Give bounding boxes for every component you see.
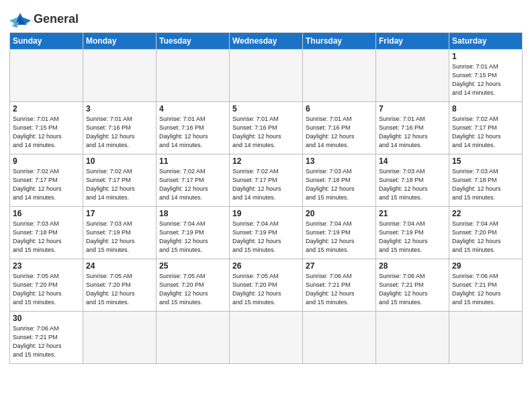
day-info: Sunrise: 7:03 AM Sunset: 7:18 PM Dayligh… [452,167,519,202]
calendar-cell: 4Sunrise: 7:01 AM Sunset: 7:16 PM Daylig… [157,102,230,154]
day-info: Sunrise: 7:05 AM Sunset: 7:20 PM Dayligh… [159,272,226,307]
day-info: Sunrise: 7:02 AM Sunset: 7:17 PM Dayligh… [232,167,300,202]
day-number: 3 [86,104,153,113]
calendar-cell [157,50,230,102]
day-number: 14 [379,156,446,166]
weekday-header-friday: Friday [376,33,449,50]
calendar-cell: 16Sunrise: 7:03 AM Sunset: 7:18 PM Dayli… [10,207,83,259]
calendar-cell: 29Sunrise: 7:06 AM Sunset: 7:21 PM Dayli… [449,259,523,312]
day-number: 19 [232,209,300,218]
day-number: 12 [232,156,300,166]
calendar-cell: 2Sunrise: 7:01 AM Sunset: 7:15 PM Daylig… [10,102,83,154]
calendar-cell: 19Sunrise: 7:04 AM Sunset: 7:19 PM Dayli… [230,207,303,259]
calendar-cell [303,50,376,102]
week-row-3: 9Sunrise: 7:02 AM Sunset: 7:17 PM Daylig… [10,154,523,207]
day-number: 26 [232,261,300,271]
calendar-cell [376,50,449,102]
calendar-cell [230,312,303,364]
day-info: Sunrise: 7:02 AM Sunset: 7:17 PM Dayligh… [159,167,226,202]
day-info: Sunrise: 7:06 AM Sunset: 7:21 PM Dayligh… [379,272,446,307]
day-info: Sunrise: 7:03 AM Sunset: 7:18 PM Dayligh… [13,220,80,255]
day-info: Sunrise: 7:01 AM Sunset: 7:16 PM Dayligh… [306,115,373,150]
day-number: 25 [159,261,226,271]
week-row-5: 23Sunrise: 7:05 AM Sunset: 7:20 PM Dayli… [10,259,523,312]
day-number: 8 [452,104,519,113]
day-number: 18 [159,209,226,218]
weekday-header-monday: Monday [83,33,157,50]
weekday-header-tuesday: Tuesday [157,33,230,50]
calendar-cell: 14Sunrise: 7:03 AM Sunset: 7:18 PM Dayli… [376,154,449,207]
day-number: 1 [452,52,519,61]
day-number: 30 [13,314,80,323]
calendar-cell [449,312,523,364]
day-info: Sunrise: 7:06 AM Sunset: 7:21 PM Dayligh… [13,324,80,359]
day-info: Sunrise: 7:04 AM Sunset: 7:20 PM Dayligh… [452,220,519,255]
calendar-cell: 6Sunrise: 7:01 AM Sunset: 7:16 PM Daylig… [303,102,376,154]
day-info: Sunrise: 7:05 AM Sunset: 7:20 PM Dayligh… [13,272,80,307]
weekday-header-wednesday: Wednesday [230,33,303,50]
calendar-cell: 28Sunrise: 7:06 AM Sunset: 7:21 PM Dayli… [376,259,449,312]
weekday-header-sunday: Sunday [10,33,83,50]
day-info: Sunrise: 7:03 AM Sunset: 7:19 PM Dayligh… [86,220,153,255]
day-number: 28 [379,261,446,271]
calendar-cell [83,312,157,364]
day-number: 11 [159,156,226,166]
week-row-1: 1Sunrise: 7:01 AM Sunset: 7:15 PM Daylig… [10,50,523,102]
day-info: Sunrise: 7:03 AM Sunset: 7:18 PM Dayligh… [379,167,446,202]
day-info: Sunrise: 7:05 AM Sunset: 7:20 PM Dayligh… [86,272,153,307]
calendar-cell: 12Sunrise: 7:02 AM Sunset: 7:17 PM Dayli… [230,154,303,207]
day-info: Sunrise: 7:01 AM Sunset: 7:16 PM Dayligh… [232,115,300,150]
calendar-cell: 7Sunrise: 7:01 AM Sunset: 7:16 PM Daylig… [376,102,449,154]
calendar-cell: 21Sunrise: 7:04 AM Sunset: 7:19 PM Dayli… [376,207,449,259]
day-number: 5 [232,104,300,113]
day-info: Sunrise: 7:04 AM Sunset: 7:19 PM Dayligh… [232,220,300,255]
day-number: 4 [159,104,226,113]
day-number: 2 [13,104,80,113]
header-area: General [9,7,523,28]
logo-icon [9,9,31,28]
calendar-cell [157,312,230,364]
calendar-table: SundayMondayTuesdayWednesdayThursdayFrid… [9,32,523,364]
day-number: 13 [306,156,373,166]
calendar-cell [230,50,303,102]
day-info: Sunrise: 7:06 AM Sunset: 7:21 PM Dayligh… [452,272,519,307]
calendar-cell: 9Sunrise: 7:02 AM Sunset: 7:17 PM Daylig… [10,154,83,207]
calendar-cell: 1Sunrise: 7:01 AM Sunset: 7:15 PM Daylig… [449,50,523,102]
calendar-cell: 15Sunrise: 7:03 AM Sunset: 7:18 PM Dayli… [449,154,523,207]
day-number: 16 [13,209,80,218]
calendar-cell: 30Sunrise: 7:06 AM Sunset: 7:21 PM Dayli… [10,312,83,364]
weekday-header-thursday: Thursday [303,33,376,50]
week-row-6: 30Sunrise: 7:06 AM Sunset: 7:21 PM Dayli… [10,312,523,364]
day-info: Sunrise: 7:05 AM Sunset: 7:20 PM Dayligh… [232,272,300,307]
calendar-cell: 13Sunrise: 7:03 AM Sunset: 7:18 PM Dayli… [303,154,376,207]
calendar-cell: 17Sunrise: 7:03 AM Sunset: 7:19 PM Dayli… [83,207,157,259]
day-number: 21 [379,209,446,218]
logo: General [9,7,79,28]
calendar-cell: 20Sunrise: 7:04 AM Sunset: 7:19 PM Dayli… [303,207,376,259]
page: General SundayMondayTuesdayWednesdayThur… [0,0,532,411]
day-number: 6 [306,104,373,113]
calendar-cell [303,312,376,364]
week-row-2: 2Sunrise: 7:01 AM Sunset: 7:15 PM Daylig… [10,102,523,154]
calendar-cell [10,50,83,102]
day-info: Sunrise: 7:02 AM Sunset: 7:17 PM Dayligh… [452,115,519,150]
day-info: Sunrise: 7:04 AM Sunset: 7:19 PM Dayligh… [379,220,446,255]
day-info: Sunrise: 7:02 AM Sunset: 7:17 PM Dayligh… [13,167,80,202]
calendar-cell: 10Sunrise: 7:02 AM Sunset: 7:17 PM Dayli… [83,154,157,207]
weekday-header-row: SundayMondayTuesdayWednesdayThursdayFrid… [10,33,523,50]
day-info: Sunrise: 7:01 AM Sunset: 7:16 PM Dayligh… [379,115,446,150]
day-info: Sunrise: 7:04 AM Sunset: 7:19 PM Dayligh… [306,220,373,255]
day-number: 7 [379,104,446,113]
calendar-cell: 22Sunrise: 7:04 AM Sunset: 7:20 PM Dayli… [449,207,523,259]
day-number: 24 [86,261,153,271]
day-info: Sunrise: 7:04 AM Sunset: 7:19 PM Dayligh… [159,220,226,255]
weekday-header-saturday: Saturday [449,33,523,50]
calendar-cell: 23Sunrise: 7:05 AM Sunset: 7:20 PM Dayli… [10,259,83,312]
day-number: 23 [13,261,80,271]
day-number: 9 [13,156,80,166]
calendar-cell: 24Sunrise: 7:05 AM Sunset: 7:20 PM Dayli… [83,259,157,312]
calendar-cell: 26Sunrise: 7:05 AM Sunset: 7:20 PM Dayli… [230,259,303,312]
calendar-cell: 5Sunrise: 7:01 AM Sunset: 7:16 PM Daylig… [230,102,303,154]
calendar-cell [376,312,449,364]
calendar-cell [83,50,157,102]
